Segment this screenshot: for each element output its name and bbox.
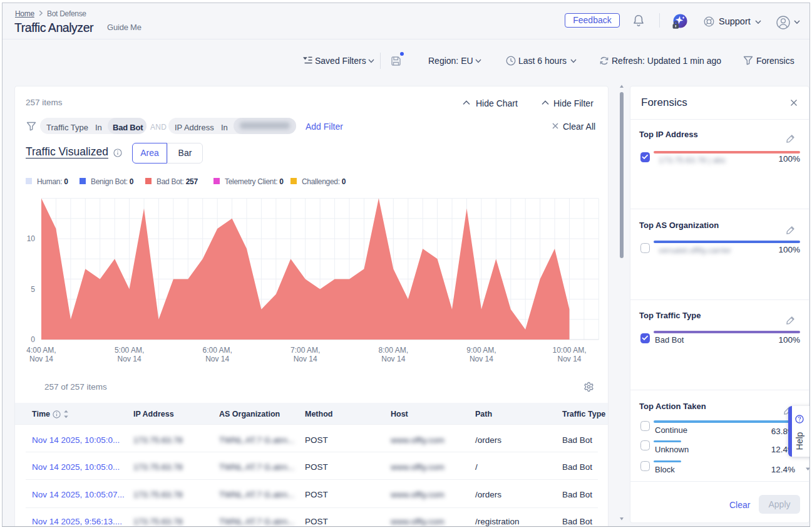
svg-text:5:00 AM,: 5:00 AM, <box>115 346 144 355</box>
svg-text:0: 0 <box>31 335 35 344</box>
svg-text:4:00 AM,: 4:00 AM, <box>26 346 56 355</box>
svg-text:8:00 AM,: 8:00 AM, <box>379 346 408 355</box>
svg-text:10: 10 <box>27 234 36 243</box>
svg-text:Nov 14: Nov 14 <box>205 355 229 363</box>
svg-text:5: 5 <box>31 285 35 294</box>
svg-text:Nov 14: Nov 14 <box>557 355 581 363</box>
svg-text:9:00 AM,: 9:00 AM, <box>466 346 496 355</box>
svg-text:6:00 AM,: 6:00 AM, <box>203 346 232 355</box>
svg-text:Nov 14: Nov 14 <box>381 355 405 363</box>
svg-text:10:00 AM,: 10:00 AM, <box>552 346 586 355</box>
svg-text:7:00 AM,: 7:00 AM, <box>290 346 320 355</box>
svg-text:Nov 14: Nov 14 <box>118 355 141 363</box>
svg-text:Nov 14: Nov 14 <box>29 355 53 363</box>
svg-text:Nov 14: Nov 14 <box>294 355 317 363</box>
svg-text:Nov 14: Nov 14 <box>470 355 493 363</box>
